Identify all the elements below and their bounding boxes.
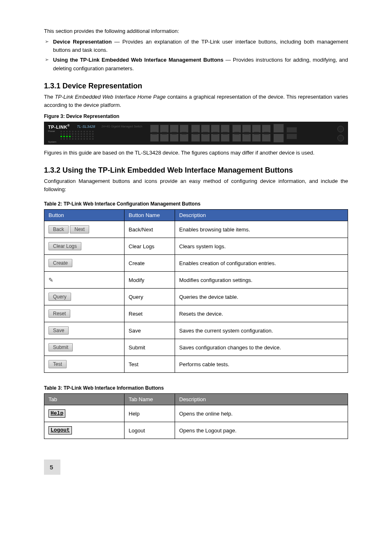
button-name: Modify [125, 272, 175, 289]
sec131-para: The TP-Link Embedded Web Interface Home … [44, 93, 348, 109]
figure-note: Figures in this guide are based on the T… [44, 149, 348, 157]
table-row: Query QueryQueries the device table. [44, 289, 348, 305]
table-row: Save SaveSaves the current system config… [44, 322, 348, 339]
logout-link[interactable]: Logout [48, 426, 72, 434]
table2: ButtonButton NameDescription Back Next B… [44, 209, 348, 373]
table-row: Clear Logs Clear LogsClears system logs. [44, 238, 348, 255]
submit-button[interactable]: Submit [48, 343, 73, 351]
tab-name: Logout [125, 422, 175, 439]
system-label: System [48, 141, 56, 143]
intro-text: This section provides the following addi… [44, 27, 348, 35]
button-name: Clear Logs [125, 238, 175, 255]
device-brand: TP-LINK® [48, 124, 70, 129]
col-header: Button Name [125, 210, 175, 221]
next-button[interactable]: Next [70, 225, 89, 233]
device-model: TL-SL3428 [77, 125, 95, 129]
help-link[interactable]: Help [48, 409, 65, 418]
clear-logs-button[interactable]: Clear Logs [48, 242, 81, 250]
button-name: Create [125, 255, 175, 272]
button-desc: Saves the current system configuration. [175, 322, 348, 339]
info-bullets: Device Representation — Provides an expl… [44, 38, 348, 73]
query-button[interactable]: Query [48, 293, 71, 301]
save-button[interactable]: Save [48, 326, 69, 335]
tab-desc: Opens the Logout page. [175, 422, 348, 439]
figure3-caption: Figure 3: Device Representation [44, 113, 348, 119]
page-number: 5 [44, 460, 60, 475]
power-label: Power [48, 130, 55, 132]
ground-screw [337, 135, 344, 141]
table2-caption: Table 2: TP-Link Web Interface Configura… [44, 201, 348, 207]
table3-caption: Table 3: TP-Link Web Interface Informati… [44, 385, 348, 391]
button-name: Query [125, 289, 175, 305]
table3: TabTab NameDescription HelpHelpOpens the… [44, 393, 348, 439]
button-desc: Performs cable tests. [175, 356, 348, 373]
button-name: Test [125, 356, 175, 373]
table-row: Create CreateEnables creation of configu… [44, 255, 348, 272]
table-row: ✎ModifyModifies configuration settings. [44, 272, 348, 289]
col-header: Tab Name [125, 394, 175, 405]
device-desc: 24+4G Gigabit Managed Switch [101, 125, 142, 128]
table-row: Back Next Back/NextEnables browsing tabl… [44, 221, 348, 238]
tab-desc: Opens the online help. [175, 405, 348, 422]
bullet-item: Device Representation — Provides an expl… [53, 38, 348, 54]
button-name: Reset [125, 305, 175, 322]
table-row: Submit SubmitSaves configuration changes… [44, 339, 348, 356]
heading-132: 1.3.2 Using the TP-Link Embedded Web Int… [44, 166, 348, 175]
test-button[interactable]: Test [48, 360, 67, 368]
button-desc: Saves configuration changes to the devic… [175, 339, 348, 356]
create-button[interactable]: Create [48, 259, 72, 267]
button-name: Back/Next [125, 221, 175, 238]
pencil-icon[interactable]: ✎ [48, 277, 53, 283]
table-row: LogoutLogoutOpens the Logout page. [44, 422, 348, 439]
table-row: Reset ResetResets the device. [44, 305, 348, 322]
table-row: Test TestPerforms cable tests. [44, 356, 348, 373]
col-header: Description [175, 394, 348, 405]
sec132-para: Configuration Management buttons and ico… [44, 177, 348, 194]
button-desc: Clears system logs. [175, 238, 348, 255]
device-representation-image: TP-LINK® TL-SL3428 24+4G Gigabit Managed… [44, 122, 348, 145]
button-desc: Queries the device table. [175, 289, 348, 305]
bullet-item: Using the TP-Link Embedded Web Interface… [53, 56, 348, 72]
col-header: Description [175, 210, 348, 221]
button-name: Save [125, 322, 175, 339]
reset-button[interactable]: Reset [48, 310, 70, 318]
back-button[interactable]: Back [48, 225, 69, 233]
console-port [337, 126, 344, 132]
col-header: Button [44, 210, 125, 221]
tab-name: Help [125, 405, 175, 422]
button-desc: Enables creation of configuration entrie… [175, 255, 348, 272]
table-row: HelpHelpOpens the online help. [44, 405, 348, 422]
button-desc: Resets the device. [175, 305, 348, 322]
button-desc: Enables browsing table items. [175, 221, 348, 238]
col-header: Tab [44, 394, 125, 405]
heading-131: 1.3.1 Device Representation [44, 82, 348, 90]
button-desc: Modifies configuration settings. [175, 272, 348, 289]
button-name: Submit [125, 339, 175, 356]
